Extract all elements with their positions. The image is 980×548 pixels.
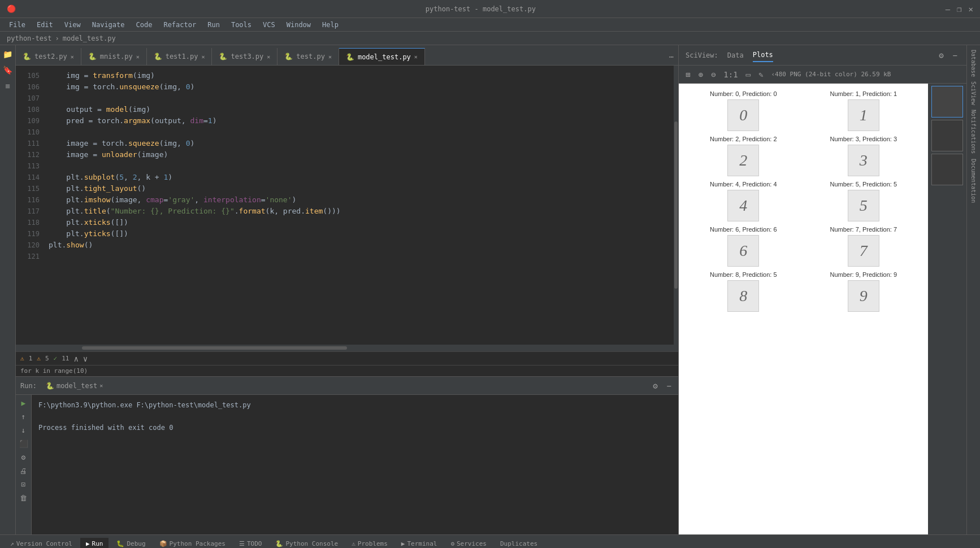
digit-image-8: 8	[727, 280, 759, 312]
tab-model-testpy[interactable]: 🐍 model_test.py ✕	[339, 48, 425, 65]
edge-sciview-button[interactable]: SciView	[969, 79, 978, 107]
menu-run[interactable]: Run	[203, 20, 224, 30]
nav-down-button[interactable]: ∨	[83, 354, 88, 363]
run-print-button[interactable]: 🖨	[18, 465, 29, 476]
problems-icon: ⚠	[352, 540, 355, 547]
menu-view[interactable]: View	[60, 20, 85, 30]
bottom-tab-problems[interactable]: ⚠ Problems	[346, 538, 393, 548]
menu-navigate[interactable]: Navigate	[88, 20, 129, 30]
bottom-tab-python-packages[interactable]: 📦 Python Packages	[154, 538, 231, 548]
run-scroll-down-button[interactable]: ↓	[18, 424, 29, 436]
zoom-in-button[interactable]: ⊕	[696, 69, 705, 80]
tab-icon-test2py: 🐍	[23, 53, 31, 60]
horizontal-scrollbar[interactable]	[16, 345, 678, 351]
services-label: Services	[457, 540, 487, 547]
run-tab-model-test[interactable]: 🐍 model_test ✕	[41, 380, 107, 392]
menu-file[interactable]: File	[5, 20, 30, 30]
tab-test3py[interactable]: 🐍 test3.py ✕	[212, 48, 277, 65]
thumbnail-2[interactable]	[931, 120, 963, 151]
sidebar-structure-icon[interactable]: ≡	[1, 79, 15, 93]
thumbnail-3[interactable]	[931, 154, 963, 185]
menu-help[interactable]: Help	[318, 20, 343, 30]
sci-view-label: SciView:	[686, 51, 718, 59]
run-minimize-button[interactable]: −	[665, 380, 674, 392]
bottom-tab-duplicates[interactable]: Duplicates	[495, 538, 543, 548]
tab-close-test2py[interactable]: ✕	[71, 54, 74, 60]
digit-image-6: 6	[727, 235, 759, 267]
sidebar-project-icon[interactable]: 📁	[1, 47, 15, 61]
edge-notification-button[interactable]: Notifications	[969, 107, 978, 156]
menu-edit[interactable]: Edit	[32, 20, 58, 30]
bottom-tab-todo[interactable]: ☰ TODO	[233, 538, 268, 548]
minimize-button[interactable]: —	[946, 5, 950, 14]
prediction-cell-7: Number: 7, Prediction: 7 7	[806, 226, 922, 267]
code-content[interactable]: img = transform(img) img = torch.unsquee…	[44, 66, 674, 345]
run-trash-button[interactable]: 🗑	[18, 492, 29, 503]
bottom-tab-python-console[interactable]: 🐍 Python Console	[270, 538, 344, 548]
tab-icon-test1py: 🐍	[154, 53, 162, 60]
bottom-tab-services[interactable]: ⚙ Services	[445, 538, 492, 548]
edge-documentation-button[interactable]: Documentation	[969, 156, 978, 205]
run-settings-btn2[interactable]: ⚙	[18, 451, 29, 463]
bottom-tab-version-control[interactable]: ↗ Version Control	[5, 538, 78, 548]
edge-database-button[interactable]: Database	[969, 47, 978, 79]
ratio-button[interactable]: 1:1	[721, 69, 740, 80]
run-tab-close[interactable]: ✕	[99, 382, 103, 389]
code-line-120: plt.show()	[49, 240, 674, 251]
zoom-out-button[interactable]: ⊖	[709, 69, 718, 80]
bottom-code-hint: for k in range(10)	[16, 365, 678, 376]
bottom-tab-terminal[interactable]: ▶ Terminal	[396, 538, 443, 548]
code-line-118: plt.xticks([])	[49, 217, 674, 228]
menu-vcs[interactable]: VCS	[258, 20, 280, 30]
tab-close-model-testpy[interactable]: ✕	[414, 54, 418, 60]
run-scroll-up-button[interactable]: ↑	[18, 411, 29, 422]
sci-tab-data[interactable]: Data	[727, 49, 744, 62]
menu-window[interactable]: Window	[282, 20, 315, 30]
prediction-cell-9: Number: 9, Prediction: 9 9	[806, 271, 922, 312]
maximize-button[interactable]: ❐	[957, 5, 961, 14]
tab-close-test3py[interactable]: ✕	[267, 54, 270, 60]
run-layout-button[interactable]: ⊡	[18, 479, 29, 490]
tab-close-test1py[interactable]: ✕	[201, 54, 205, 60]
sci-tab-plots[interactable]: Plots	[753, 49, 773, 62]
tab-testpy[interactable]: 🐍 test.py ✕	[277, 48, 339, 65]
vertical-scrollbar[interactable]	[674, 66, 678, 345]
run-play-button[interactable]: ▶	[18, 397, 29, 408]
code-line-106: img = torch.unsqueeze(img, 0)	[49, 81, 674, 93]
code-line-119: plt.yticks([])	[49, 228, 674, 240]
breadcrumb-file[interactable]: model_test.py	[63, 34, 116, 42]
sci-settings-button[interactable]: ⚙	[936, 50, 946, 61]
prediction-title-2: Number: 2, Prediction: 2	[710, 136, 777, 142]
tab-test2py[interactable]: 🐍 test2.py ✕	[16, 48, 81, 65]
breadcrumb-sep: ›	[55, 34, 59, 42]
run-settings-button[interactable]: ⚙	[651, 380, 660, 392]
bottom-tab-run[interactable]: ▶ Run	[80, 538, 109, 548]
sci-minimize-button[interactable]: −	[951, 50, 960, 61]
sci-view-header: SciView: Data Plots ⚙ −	[679, 45, 966, 66]
run-tab-label: model_test	[57, 382, 97, 390]
edit-button[interactable]: ✎	[756, 69, 765, 80]
version-control-label: Version Control	[16, 540, 72, 547]
run-stop-button[interactable]: ⬛	[18, 438, 29, 449]
bottom-tab-debug[interactable]: 🐛 Debug	[111, 538, 151, 548]
tab-test1py[interactable]: 🐍 test1.py ✕	[147, 48, 213, 65]
sidebar-bookmark-icon[interactable]: 🔖	[1, 63, 15, 77]
tab-close-mnistpy[interactable]: ✕	[136, 54, 140, 60]
tab-mnistpy[interactable]: 🐍 mnist.py ✕	[81, 48, 147, 65]
fit-all-button[interactable]: ⊞	[683, 69, 692, 80]
menu-refactor[interactable]: Refactor	[159, 20, 201, 30]
thumbnail-1[interactable]	[931, 86, 963, 118]
tab-close-testpy[interactable]: ✕	[328, 54, 332, 60]
menu-code[interactable]: Code	[132, 20, 157, 30]
tab-more-button[interactable]: ⋯	[665, 48, 678, 65]
nav-up-button[interactable]: ∧	[73, 354, 78, 363]
run-icon: ▶	[86, 540, 90, 547]
tab-label-test1py: test1.py	[166, 53, 198, 60]
close-button[interactable]: ✕	[969, 5, 973, 14]
menu-tools[interactable]: Tools	[227, 20, 256, 30]
breadcrumb-project[interactable]: python-test	[7, 34, 51, 42]
prediction-cell-2: Number: 2, Prediction: 2 2	[686, 136, 801, 176]
fit-button[interactable]: ▭	[744, 69, 753, 80]
todo-label: TODO	[247, 540, 262, 547]
left-sidebar: 📁 🔖 ≡	[0, 45, 16, 534]
